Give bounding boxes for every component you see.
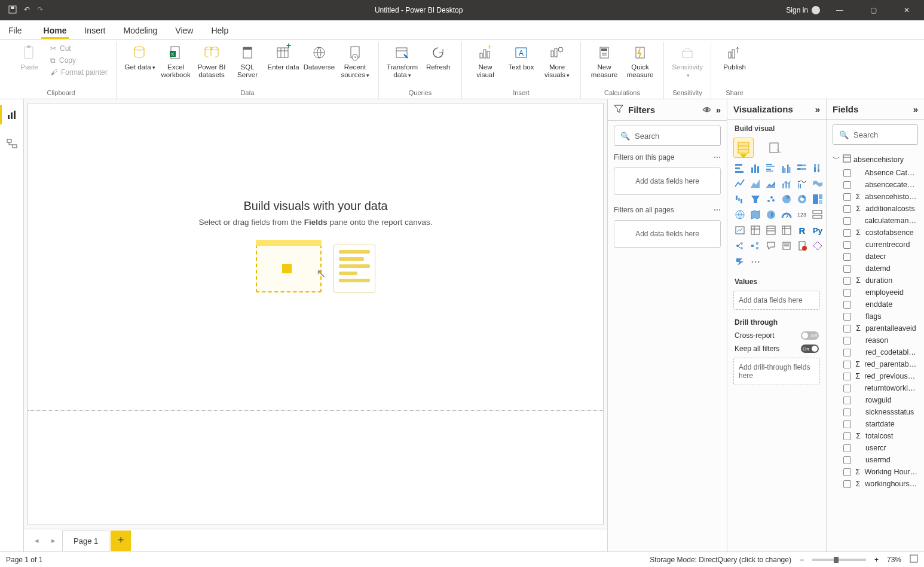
excel-button[interactable]: XExcel workbook [158,42,193,81]
viz-funnel-icon[interactable] [749,193,762,206]
zoom-slider[interactable] [812,559,866,561]
field-row[interactable]: Σcostofabsence [829,227,922,239]
page-prev-button[interactable]: ◂ [29,533,44,548]
field-checkbox[interactable] [843,397,851,404]
field-row[interactable]: ΣWorking Hours L... [829,466,922,478]
viz-key-influencers-icon[interactable] [733,239,746,252]
page-next-button[interactable]: ▸ [45,533,61,548]
viz-narrative-icon[interactable] [780,239,793,252]
viz-py-icon[interactable]: Py [811,224,824,237]
viz-stacked-column-icon[interactable] [749,161,762,175]
field-row[interactable]: returntoworkinte... [829,382,922,394]
viz-decomposition-icon[interactable] [749,239,762,252]
new-measure-button[interactable]: New measure [587,42,622,81]
viz-multicard-icon[interactable] [811,208,824,221]
viz-area-icon[interactable] [749,177,762,190]
field-checkbox[interactable] [843,205,851,213]
field-checkbox[interactable] [843,253,851,261]
report-canvas[interactable]: Build visuals with your data Select or d… [27,103,604,525]
tab-file[interactable]: File [6,22,25,39]
field-checkbox[interactable] [843,444,851,452]
collapse-viz-icon[interactable]: » [815,104,820,114]
drillthrough-drop[interactable]: Add drill-through fields here [733,358,820,385]
more-visuals-button[interactable]: More visuals▾ [540,42,574,81]
field-row[interactable]: Σtotalcost [829,430,922,442]
viz-stacked-area-icon[interactable] [764,177,778,190]
storage-mode[interactable]: Storage Mode: DirectQuery (click to chan… [650,556,791,564]
viz-table-icon[interactable] [764,224,778,237]
viz-stacked-bar-icon[interactable] [733,161,746,175]
more-icon[interactable]: ⋯ [714,153,721,161]
field-row[interactable]: absencecategory [829,179,922,191]
viz-100-column-icon[interactable] [811,161,824,175]
sql-server-button[interactable]: SQL Server [230,42,265,81]
text-box-button[interactable]: AText box [504,42,539,74]
field-row[interactable]: Σred_previousabs... [829,370,922,382]
viz-r-icon[interactable]: R [796,224,809,237]
page-tab-1[interactable]: Page 1 [62,531,109,551]
field-checkbox[interactable] [843,301,851,309]
close-button[interactable]: ✕ [893,0,920,20]
field-row[interactable]: Σworkinghourslost [829,478,922,490]
field-checkbox[interactable] [843,432,851,440]
fields-search[interactable]: 🔍 Search [833,124,918,145]
viz-powerautomate-icon[interactable] [733,255,746,268]
field-checkbox[interactable] [843,420,851,428]
new-visual-button[interactable]: +New visual [468,42,503,81]
viz-clustered-bar-icon[interactable] [764,161,778,175]
viz-treemap-icon[interactable] [811,193,824,206]
minimize-button[interactable]: — [826,0,853,20]
field-row[interactable]: Σabsencehistoryid [829,191,922,203]
field-checkbox[interactable] [843,456,851,464]
field-checkbox[interactable] [843,193,851,201]
field-row[interactable]: sicknessstatus [829,406,922,418]
filters-on-all-drop[interactable]: Add data fields here [614,220,721,248]
collapse-fields-icon[interactable]: » [913,104,918,114]
publish-button[interactable]: Publish [717,42,752,74]
field-checkbox[interactable] [843,409,851,416]
sign-in-button[interactable]: Sign in [786,6,820,14]
model-view-button[interactable] [5,136,19,151]
get-data-button[interactable]: Get data▾ [123,42,157,74]
redo-icon[interactable]: ↷ [37,5,43,16]
tab-insert[interactable]: Insert [82,22,108,39]
field-row[interactable]: Σduration [829,275,922,286]
field-row[interactable]: usercr [829,442,922,454]
pbi-datasets-button[interactable]: Power BI datasets [194,42,229,81]
field-checkbox[interactable] [843,229,851,237]
zoom-in-button[interactable]: + [874,556,879,564]
zoom-out-button[interactable]: − [800,556,804,564]
viz-azure-map-icon[interactable] [764,208,778,221]
fit-page-button[interactable] [910,554,918,565]
viz-donut-icon[interactable] [796,193,809,206]
viz-map-icon[interactable] [733,208,746,221]
field-row[interactable]: datemd [829,263,922,275]
recent-sources-button[interactable]: Recent sources▾ [338,42,372,81]
keep-filters-toggle[interactable]: On [801,345,819,353]
viz-clustered-column-icon[interactable] [780,161,793,175]
field-row[interactable]: startdate [829,418,922,430]
tab-view[interactable]: View [173,22,195,39]
dataverse-button[interactable]: Dataverse [302,42,336,74]
viz-ribbon-icon[interactable] [811,177,824,190]
field-row[interactable]: Σadditionalcosts [829,203,922,215]
field-row[interactable]: Σparentalleaveid [829,322,922,334]
viz-qa-icon[interactable] [764,239,778,252]
field-checkbox[interactable] [843,349,851,356]
viz-waterfall-icon[interactable] [733,193,746,206]
field-checkbox[interactable] [843,361,851,368]
viz-scatter-icon[interactable] [764,193,778,206]
viz-pie-icon[interactable] [780,193,793,206]
quick-measure-button[interactable]: Quick measure [623,42,657,81]
field-row[interactable]: enddate [829,298,922,310]
save-icon[interactable] [8,5,17,16]
viz-more-button[interactable]: ⋯ [749,255,762,268]
field-checkbox[interactable] [843,289,851,297]
transform-data-button[interactable]: Transform data▾ [385,42,420,81]
viz-slicer-icon[interactable] [749,224,762,237]
field-row[interactable]: Σred_parentabsen... [829,358,922,370]
field-row[interactable]: Absence Category [829,167,922,179]
filters-on-page-drop[interactable]: Add data fields here [614,167,721,195]
format-visual-mode[interactable] [764,138,785,158]
field-checkbox[interactable] [843,217,851,225]
